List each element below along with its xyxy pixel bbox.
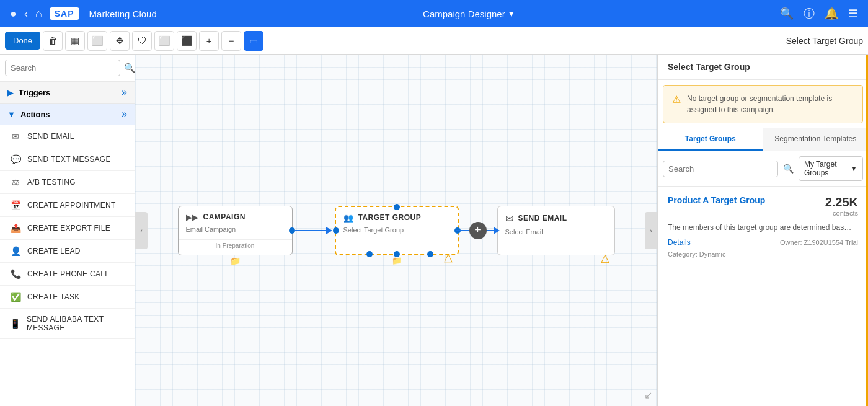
zoom-in-button[interactable]: + (199, 31, 219, 51)
triggers-forward-icon: » (122, 87, 127, 98)
target-dot-top (394, 204, 400, 210)
actions-collapse-icon: ▼ (7, 110, 16, 119)
tg-header: Product A Target Group 2.25K contacts (668, 195, 858, 217)
filter-dropdown[interactable]: My Target Groups ▼ (799, 156, 863, 181)
back-icon[interactable]: ‹ (24, 7, 28, 20)
sidebar-item-create-export[interactable]: 📤 CREATE EXPORT FILE (0, 217, 135, 240)
sidebar-item-create-lead[interactable]: 👤 CREATE LEAD (0, 240, 135, 263)
target-group-card: Product A Target Group 2.25K contacts Th… (658, 187, 868, 267)
sidebar-item-send-text[interactable]: 💬 SEND TEXT MESSAGE (0, 148, 135, 171)
canvas[interactable]: ‹ ▶▶ CAMPAIGN Email Campaign In Preparat… (135, 55, 657, 406)
home-icon[interactable]: ⌂ (35, 7, 42, 20)
task-icon: ✅ (10, 292, 21, 302)
target-dot-left (333, 227, 339, 234)
send-email-label: SEND EMAIL (27, 132, 74, 141)
warning-banner-text: No target group or segmentation template… (687, 93, 854, 115)
email-node-icon: ✉ (505, 213, 513, 224)
toolbar: Done 🗑 ▦ ⬜ ✥ 🛡 ⬜ ⬛ + − ▭ Select Target G… (0, 27, 868, 55)
target-folder-icon: 📁 (392, 256, 402, 265)
sidebar-item-send-alibaba[interactable]: 📱 SEND ALIBABA TEXT MESSAGE (0, 309, 135, 339)
email-node-subtitle: Select Email (498, 228, 614, 242)
actions-forward-icon: » (122, 108, 127, 120)
campaign-node-status: In Preparation (179, 239, 292, 252)
collapse-toolbar-button[interactable]: ✥ (110, 31, 130, 51)
panel-toggle-button[interactable]: ▭ (244, 31, 264, 51)
tg-details-link[interactable]: Details (668, 238, 691, 247)
tg-count-label: contacts (825, 210, 858, 217)
flow-canvas-area: ▶▶ CAMPAIGN Email Campaign In Preparatio… (135, 55, 657, 406)
flow-diagram: ▶▶ CAMPAIGN Email Campaign In Preparatio… (178, 206, 615, 255)
right-panel-search-icon[interactable]: 🔍 (783, 164, 794, 174)
email-icon: ✉ (10, 131, 21, 141)
right-panel-title: Select Target Group (658, 55, 868, 80)
campaign-designer-button[interactable]: Campaign Designer ▾ (423, 8, 514, 19)
done-button[interactable]: Done (5, 32, 40, 50)
filter-label: My Target Groups (804, 160, 848, 177)
text-message-icon: 💬 (10, 154, 21, 164)
create-appointment-label: CREATE APPOINTMENT (27, 201, 116, 210)
add-node-button[interactable]: + (469, 222, 487, 239)
tg-count-number: 2.25K (825, 195, 858, 209)
search-icon[interactable]: 🔍 (124, 63, 135, 74)
canvas-corner-icon: ↙ (644, 389, 652, 401)
campaign-node-subtitle: Email Campaign (179, 226, 292, 239)
shrink-toolbar-button[interactable]: ⬛ (177, 31, 197, 51)
canvas-right-collapse[interactable]: › (645, 212, 657, 249)
sap-logo: SAP (50, 7, 79, 20)
campaign-dot-right (289, 227, 295, 234)
arrow-head-2 (494, 227, 500, 234)
right-panel-accent-border (866, 55, 868, 406)
zoom-out-button[interactable]: − (221, 31, 241, 51)
layout-toolbar-button[interactable]: ▦ (65, 31, 85, 51)
sidebar-item-create-appointment[interactable]: 📅 CREATE APPOINTMENT (0, 194, 135, 217)
actions-section-header[interactable]: ▼ Actions » (0, 104, 135, 125)
sidebar-item-create-task[interactable]: ✅ CREATE TASK (0, 286, 135, 309)
main-layout: 🔍 ▶ Triggers » ▼ Actions » ✉ SEND EMAIL … (0, 55, 868, 406)
toolbar-right-title: Select Target Group (786, 36, 863, 46)
tab-segmentation[interactable]: Segmentation Templates (763, 128, 869, 151)
tabs-row: Target Groups Segmentation Templates (658, 128, 868, 151)
split-toolbar-button[interactable]: ⬜ (87, 31, 107, 51)
target-node-subtitle: Select Target Group (336, 226, 458, 240)
warning-banner-icon: ⚠ (672, 94, 681, 105)
right-panel-search-input[interactable] (663, 161, 778, 177)
right-panel: Select Target Group ⚠ No target group or… (657, 55, 868, 406)
tg-name[interactable]: Product A Target Group (668, 195, 765, 205)
ab-testing-icon: ⚖ (10, 177, 21, 187)
create-export-label: CREATE EXPORT FILE (27, 224, 110, 232)
tab-target-groups[interactable]: Target Groups (658, 128, 763, 151)
create-phone-label: CREATE PHONE CALL (27, 270, 109, 278)
send-email-node[interactable]: ✉ SEND EMAIL Select Email △ (497, 206, 615, 255)
ab-testing-label: A/B TESTING (27, 178, 76, 187)
expand-toolbar-button[interactable]: ⬜ (154, 31, 174, 51)
search-input[interactable] (5, 60, 120, 76)
triggers-section-header[interactable]: ▶ Triggers » (0, 82, 135, 104)
top-navigation: ● ‹ ⌂ SAP Marketing Cloud Campaign Desig… (0, 0, 868, 27)
notification-icon[interactable]: 🔔 (825, 7, 838, 20)
triggers-expand-icon: ▶ (7, 88, 14, 97)
menu-icon[interactable]: ☰ (848, 7, 858, 20)
warning-banner: ⚠ No target group or segmentation templa… (663, 85, 863, 123)
sidebar-item-send-email[interactable]: ✉ SEND EMAIL (0, 125, 135, 148)
search-nav-icon[interactable]: 🔍 (780, 7, 794, 20)
canvas-left-collapse[interactable]: ‹ (135, 212, 148, 249)
tg-category: Category: Dynamic (668, 250, 858, 258)
flow-arrow-1 (295, 227, 332, 234)
campaign-node[interactable]: ▶▶ CAMPAIGN Email Campaign In Preparatio… (178, 206, 293, 255)
sidebar-item-create-phone[interactable]: 📞 CREATE PHONE CALL (0, 263, 135, 286)
help-icon[interactable]: ⓘ (804, 6, 815, 21)
shield-toolbar-button[interactable]: 🛡 (132, 31, 152, 51)
export-icon: 📤 (10, 223, 21, 233)
target-dot-br (427, 251, 433, 257)
phone-icon: 📞 (10, 269, 21, 279)
sidebar-item-ab-testing[interactable]: ⚖ A/B TESTING (0, 171, 135, 194)
actions-label: Actions (20, 110, 122, 119)
nav-center: Campaign Designer ▾ (164, 8, 773, 19)
tg-footer: Details Owner: Z1902U1554 Trial (668, 238, 858, 247)
delete-toolbar-button[interactable]: 🗑 (43, 31, 63, 51)
alibaba-icon: 📱 (10, 319, 20, 329)
tg-owner: Owner: Z1902U1554 Trial (780, 239, 858, 246)
person-icon[interactable]: ● (10, 7, 17, 20)
sidebar: 🔍 ▶ Triggers » ▼ Actions » ✉ SEND EMAIL … (0, 55, 135, 406)
target-group-node[interactable]: 👥 TARGET GROUP Select Target Group △ 📁 (335, 206, 459, 255)
